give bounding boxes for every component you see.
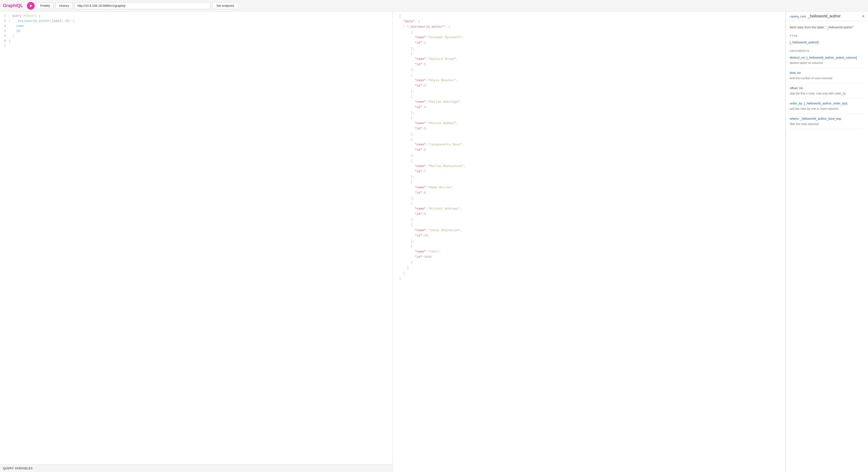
result-token: : <box>422 147 424 153</box>
result-line: { <box>394 72 785 78</box>
result-token: 10 <box>424 233 428 239</box>
result-token: "name" <box>414 99 426 105</box>
result-token: }, <box>411 46 414 51</box>
result-token: "Mitchel Andrews" <box>428 206 460 212</box>
result-line: }, <box>394 110 785 115</box>
result-token: : { <box>414 19 420 24</box>
result-token: "id" <box>414 233 422 239</box>
result-token: }, <box>411 110 414 115</box>
docs-arg-name[interactable]: order_by <box>790 101 802 105</box>
result-token: { <box>411 115 413 121</box>
chevron-left-icon: ‹ <box>789 14 790 18</box>
result-token: : <box>426 35 428 40</box>
result-token: : [ <box>445 24 450 30</box>
result-line: } <box>394 271 785 276</box>
result-token: : <box>426 249 428 254</box>
docs-type-link[interactable]: _helloworld_author <box>791 40 817 44</box>
result-line: { <box>394 115 785 121</box>
result-line: { <box>394 201 785 206</box>
result-line: } <box>394 276 785 281</box>
result-token: , <box>456 78 458 83</box>
result-token: { <box>411 30 413 35</box>
result-token: : <box>426 142 428 147</box>
result-pane: {"data": {▾"_helloworld_author": [{"name… <box>393 12 785 472</box>
result-token: { <box>411 158 413 163</box>
code-token: id <box>9 29 20 33</box>
result-token: }, <box>411 239 414 244</box>
collapse-arrow-icon[interactable]: ▾ <box>9 15 12 18</box>
result-line: "id": 10 <box>394 233 785 239</box>
result-token: } <box>403 271 405 276</box>
result-line: { <box>394 222 785 228</box>
docs-arg-name[interactable]: where <box>790 117 798 120</box>
result-token: "id" <box>414 254 422 260</box>
result-token: , <box>460 206 462 212</box>
code-token: MyQuery <box>24 14 37 18</box>
query-vars-label: QUERY VARIABLES <box>3 467 33 470</box>
docs-arg-name[interactable]: distinct_on <box>790 56 805 59</box>
docs-arguments-list: distinct_on: [_helloworld_author_select_… <box>790 55 864 129</box>
result-line: { <box>394 51 785 57</box>
result-line: "data": { <box>394 19 785 24</box>
result-token: "name" <box>414 121 426 126</box>
result-line: }, <box>394 217 785 222</box>
result-line: "name": "Jodie Deschelle", <box>394 228 785 233</box>
result-line: }, <box>394 131 785 137</box>
result-token: "Jodie Deschelle" <box>428 228 460 233</box>
result-token: 5 <box>424 126 426 131</box>
result-token: 3 <box>424 83 426 89</box>
result-token: "Mischa Sabban" <box>428 121 456 126</box>
result-token: : <box>426 121 428 126</box>
prettify-button[interactable]: Prettify <box>37 2 54 9</box>
result-token: "_helloworld_author" <box>407 24 445 30</box>
docs-back-button[interactable]: ‹ query_root <box>789 14 806 18</box>
docs-arg-type: _helloworld_author_bool_exp <box>799 117 841 120</box>
editor-line: 2▾ _helloworld_author(limit: 20) { <box>0 19 393 24</box>
docs-arg-name[interactable]: limit <box>790 71 795 75</box>
result-token: "id" <box>414 190 422 195</box>
docs-arg-description: limit the number of rows returned <box>790 76 864 81</box>
result-token: : <box>422 126 424 131</box>
query-variables-bar[interactable]: QUERY VARIABLES <box>0 464 393 472</box>
run-button[interactable] <box>27 2 35 10</box>
result-token: { <box>411 201 413 206</box>
result-token: : <box>422 62 424 67</box>
docs-type-value: [_helloworld_author]! <box>790 40 864 45</box>
result-token: 1 <box>424 40 426 45</box>
topbar: GraphiQL Prettify History Set endpoint <box>0 0 868 12</box>
result-token: "name" <box>414 206 426 212</box>
result-token: "name" <box>414 228 426 233</box>
divider <box>790 114 864 114</box>
editor-line: 4 id <box>0 29 393 34</box>
endpoint-url-input[interactable] <box>74 2 210 9</box>
code-token: limit <box>52 19 61 23</box>
result-token: : <box>422 83 424 89</box>
result-token: "data" <box>403 19 414 24</box>
docs-close-button[interactable]: × <box>862 14 865 19</box>
app-title: GraphiQL <box>3 3 23 8</box>
set-endpoint-button[interactable]: Set endpoint <box>212 2 238 9</box>
result-token: "id" <box>414 212 422 217</box>
editor-content[interactable]: 1▾ query MyQuery {2▾ _helloworld_author(… <box>0 12 393 464</box>
collapse-arrow-icon[interactable]: ▾ <box>403 25 406 29</box>
line-number: 3 <box>0 24 9 29</box>
collapse-arrow-icon[interactable]: ▾ <box>9 20 12 23</box>
result-token: : <box>422 190 424 195</box>
editor-line: 6} <box>0 39 393 44</box>
result-token: "Jacquenetta Devo" <box>428 142 462 147</box>
result-token: 2 <box>424 62 426 67</box>
history-button[interactable]: History <box>56 2 72 9</box>
result-token: , <box>439 249 441 254</box>
result-line: }, <box>394 46 785 51</box>
result-token: , <box>456 121 458 126</box>
result-token: "name" <box>414 78 426 83</box>
result-token: }, <box>411 195 414 201</box>
result-token: "id" <box>414 105 422 110</box>
result-token: "id" <box>414 126 422 131</box>
docs-arg-name[interactable]: offset <box>790 86 798 90</box>
result-token: }, <box>411 217 414 222</box>
result-line: "name": "Kellie Owbridge", <box>394 99 785 105</box>
docs-pane: ‹ query_root _helloworld_author × fetch … <box>785 12 868 472</box>
result-line: { <box>394 244 785 249</box>
code-token: } <box>9 34 14 38</box>
